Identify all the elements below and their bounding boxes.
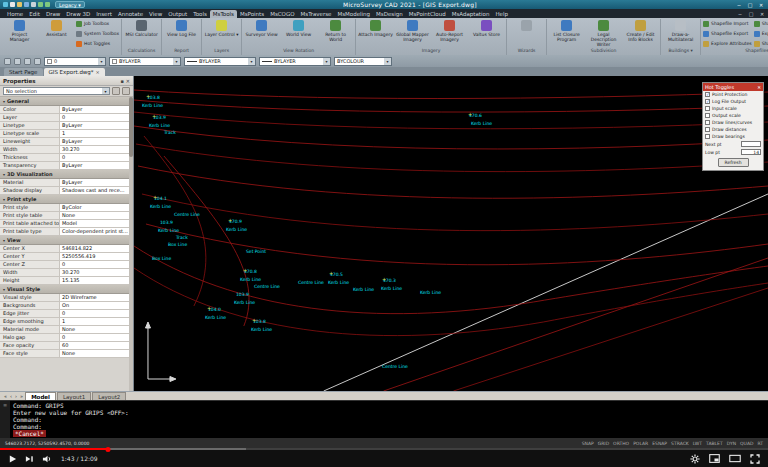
- properties-section-print-style[interactable]: ▾Print style: [0, 195, 133, 204]
- checkbox-icon[interactable]: [705, 120, 710, 125]
- ribbon-button-valtus-store[interactable]: Valtus Store: [469, 19, 504, 37]
- property-value[interactable]: 0: [60, 261, 133, 268]
- ribbon-button-auto-report-imagery[interactable]: Auto-Report Imagery: [432, 19, 467, 42]
- doc-close-button[interactable]: ✕: [758, 11, 766, 17]
- property-value[interactable]: Shadows cast and rece...: [60, 187, 133, 194]
- ribbon-tab-draw[interactable]: Draw: [43, 10, 63, 18]
- property-value[interactable]: 2D Wireframe: [60, 294, 133, 301]
- ribbon-tab-home[interactable]: Home: [4, 10, 26, 18]
- video-scrubber-handle[interactable]: [106, 447, 111, 452]
- tab-close-icon[interactable]: ×: [96, 69, 100, 75]
- doc-minimize-button[interactable]: ─: [736, 11, 744, 17]
- ribbon-tab-insert[interactable]: Insert: [93, 10, 115, 18]
- ribbon-button-list-closure-program[interactable]: List Closure Program: [549, 19, 584, 42]
- layout-nav-icon[interactable]: ‹: [9, 393, 13, 399]
- status-toggle-quad[interactable]: QUAD: [740, 441, 753, 446]
- settings-gear-icon[interactable]: [690, 454, 700, 464]
- new-file-icon[interactable]: [10, 2, 15, 7]
- close-button[interactable]: ✕: [757, 2, 765, 8]
- property-value[interactable]: 0: [60, 334, 133, 341]
- properties-scrollbar[interactable]: [129, 97, 133, 391]
- hot-toggle-draw-distances[interactable]: Draw distances: [703, 126, 763, 133]
- workspace-dropdown[interactable]: Legacy ▾: [55, 1, 85, 8]
- property-value[interactable]: 5250556.419: [60, 253, 133, 260]
- ribbon-tab-mstools[interactable]: MsTools: [210, 10, 237, 18]
- layout-nav-icon[interactable]: »: [19, 393, 24, 399]
- property-value[interactable]: ByColor: [60, 204, 133, 211]
- property-value[interactable]: 60: [60, 342, 133, 349]
- linetype-combo[interactable]: BYLAYER▾: [184, 57, 256, 66]
- property-value[interactable]: 0: [60, 154, 133, 161]
- theater-mode-icon[interactable]: [729, 454, 741, 463]
- property-value[interactable]: ByLayer: [60, 138, 133, 145]
- layout-tab-layout2[interactable]: Layout2: [92, 392, 126, 400]
- status-toggle-ortho[interactable]: ORTHO: [613, 441, 629, 446]
- ribbon-tab-mspoints[interactable]: MsPoints: [237, 10, 267, 18]
- checkbox-icon[interactable]: [705, 134, 710, 139]
- layer-previous-icon[interactable]: [14, 58, 21, 65]
- property-value[interactable]: ByLayer: [60, 162, 133, 169]
- ribbon-button-shapefile-export[interactable]: Shapefile Export: [703, 29, 752, 38]
- layer-manager-icon[interactable]: [4, 58, 11, 65]
- ribbon-tab-help[interactable]: Help: [492, 10, 511, 18]
- selection-dropdown[interactable]: No selection ▾: [3, 87, 110, 95]
- property-value[interactable]: 546814.822: [60, 245, 133, 252]
- checkbox-icon[interactable]: [705, 113, 710, 118]
- hot-toggle-draw-lines-curves[interactable]: Draw lines/curves: [703, 119, 763, 126]
- document-tab-start-page[interactable]: Start Page: [4, 68, 43, 76]
- miniplayer-icon[interactable]: [709, 454, 720, 463]
- status-toggle-strack[interactable]: STRACK: [671, 441, 689, 446]
- ribbon-button-wizards[interactable]: [509, 19, 544, 32]
- layout-tab-layout1[interactable]: Layout1: [57, 392, 91, 400]
- ribbon-button-shapefile-import[interactable]: Shapefile Import: [703, 19, 752, 28]
- property-value[interactable]: None: [60, 212, 133, 219]
- open-file-icon[interactable]: [17, 2, 22, 7]
- ribbon-button-return-to-world[interactable]: Return to World: [318, 19, 353, 42]
- checkbox-icon[interactable]: [705, 127, 710, 132]
- ribbon-button-create-edit-info-blocks[interactable]: Create / Edit Info Blocks: [623, 19, 658, 42]
- property-value[interactable]: 1: [60, 318, 133, 325]
- refresh-button[interactable]: Refresh: [718, 158, 749, 167]
- redo-icon[interactable]: [45, 2, 50, 7]
- status-toggle-dyn[interactable]: DYN: [727, 441, 736, 446]
- hot-toggle-output-scale[interactable]: Output scale: [703, 112, 763, 119]
- play-icon[interactable]: [8, 454, 17, 464]
- property-value[interactable]: 0: [60, 114, 133, 121]
- property-value[interactable]: 15.135: [60, 277, 133, 284]
- video-progress-bar[interactable]: [0, 448, 768, 450]
- ribbon-button-global-mapper-imagery[interactable]: Global Mapper Imagery: [395, 19, 430, 42]
- hot-field-input[interactable]: [741, 141, 761, 147]
- status-toggle-lwt[interactable]: LWT: [693, 441, 702, 446]
- ribbon-button-legal-description-writer[interactable]: Legal Description Writer: [586, 19, 621, 47]
- undo-icon[interactable]: [38, 2, 43, 7]
- hot-toggle-log-file-output[interactable]: ✓Log File Output: [703, 98, 763, 105]
- ribbon-button-assistant[interactable]: Assistant: [39, 19, 74, 37]
- layout-nav-icon[interactable]: «: [3, 393, 8, 399]
- ribbon-tab-tools[interactable]: Tools: [190, 10, 210, 18]
- ribbon-button-hot-toggles[interactable]: Hot Toggles: [76, 39, 119, 48]
- hot-field-input[interactable]: 14: [741, 149, 761, 155]
- properties-section-visual-style[interactable]: ▾Visual Style: [0, 285, 133, 294]
- quick-select-icon[interactable]: [112, 87, 120, 95]
- layer-states-icon[interactable]: [24, 58, 31, 65]
- checkbox-icon[interactable]: ✓: [705, 99, 710, 104]
- ribbon-button-surveyor-view[interactable]: Surveyor View: [244, 19, 279, 37]
- layer-isolate-icon[interactable]: [34, 58, 41, 65]
- status-toggle-esnap[interactable]: ESNAP: [652, 441, 667, 446]
- property-value[interactable]: Model: [60, 220, 133, 227]
- status-toggle-grid[interactable]: GRID: [598, 441, 609, 446]
- property-value[interactable]: 1: [60, 130, 133, 137]
- ribbon-button-world-view[interactable]: World View: [281, 19, 316, 37]
- ribbon-tab-mscogo[interactable]: MsCOGO: [267, 10, 297, 18]
- doc-restore-button[interactable]: □: [747, 11, 755, 17]
- ribbon-button-export-attribute-table[interactable]: Export Attribute Table: [754, 29, 768, 38]
- ribbon-tab-mstraverse[interactable]: MsTraverse: [298, 10, 335, 18]
- status-toggle-polar[interactable]: POLAR: [633, 441, 648, 446]
- hot-toggle-draw-bearings[interactable]: Draw bearings: [703, 133, 763, 140]
- property-value[interactable]: 30.270: [60, 269, 133, 276]
- property-value[interactable]: ByLayer: [60, 179, 133, 186]
- ribbon-button-draw-a-multilateral[interactable]: Draw-a-Multilateral: [663, 19, 698, 42]
- panel-pin-icon[interactable]: ▪: [120, 78, 123, 84]
- ribbon-button-shapefile-details[interactable]: Shapefile Details: [754, 39, 768, 48]
- fullscreen-icon[interactable]: [750, 454, 760, 464]
